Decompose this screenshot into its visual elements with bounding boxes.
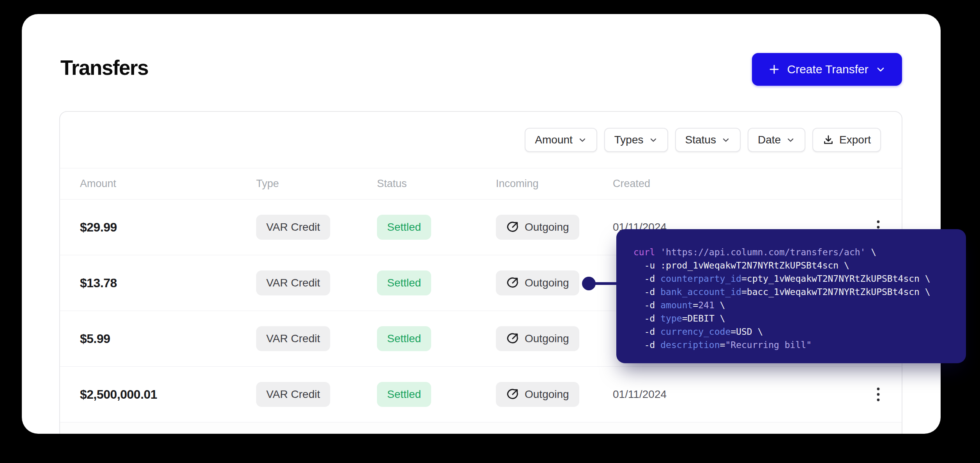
type-badge: VAR Credit xyxy=(256,270,330,295)
filter-button-status[interactable]: Status xyxy=(675,128,741,152)
code-line: -d counterparty_id=cpty_1vWeqakwT2N7NYRt… xyxy=(633,272,966,285)
export-label: Export xyxy=(839,134,871,146)
code-line: -u :prod_1vWeqakwT2N7NYRtZkUPSBt4scn \ xyxy=(633,259,966,272)
plus-icon xyxy=(768,63,780,76)
status-badge: Settled xyxy=(377,215,431,240)
row-menu-button[interactable] xyxy=(870,383,886,405)
type-badge: VAR Credit xyxy=(256,215,330,240)
status-badge: Settled xyxy=(377,326,431,351)
column-header-incoming: Incoming xyxy=(496,178,613,190)
chevron-down-icon xyxy=(875,64,886,75)
table-toolbar: Amount Types Status Date Export xyxy=(60,112,902,168)
column-header-created: Created xyxy=(613,178,859,190)
filter-label: Types xyxy=(614,134,644,146)
direction-badge: Outgoing xyxy=(496,215,579,240)
row-amount: $5.99 xyxy=(80,332,256,346)
chevron-down-icon xyxy=(786,135,795,145)
direction-badge-label: Outgoing xyxy=(525,332,569,345)
direction-badge: Outgoing xyxy=(496,270,579,295)
column-header-status: Status xyxy=(377,178,496,190)
outgoing-arrow-circle-icon xyxy=(506,332,519,345)
filter-button-types[interactable]: Types xyxy=(604,128,668,152)
type-badge-label: VAR Credit xyxy=(266,332,320,345)
filter-label: Amount xyxy=(535,134,573,146)
download-icon xyxy=(823,134,834,146)
create-transfer-button[interactable]: Create Transfer xyxy=(752,53,902,86)
chevron-down-icon xyxy=(721,135,731,145)
row-created: 01/11/2024 xyxy=(613,388,859,401)
filter-button-amount[interactable]: Amount xyxy=(525,128,597,152)
outgoing-arrow-circle-icon xyxy=(506,388,519,401)
direction-badge: Outgoing xyxy=(496,326,579,351)
kebab-menu-icon xyxy=(876,387,880,402)
outgoing-arrow-circle-icon xyxy=(506,221,519,234)
direction-badge-label: Outgoing xyxy=(525,221,569,233)
status-badge-label: Settled xyxy=(387,388,421,401)
type-badge-label: VAR Credit xyxy=(266,221,320,233)
filter-label: Date xyxy=(758,134,781,146)
chevron-down-icon xyxy=(649,135,658,145)
status-badge-label: Settled xyxy=(387,332,421,345)
status-badge-label: Settled xyxy=(387,221,421,233)
row-amount: $13.78 xyxy=(80,276,256,290)
table-row-partial xyxy=(60,422,902,434)
page-title: Transfers xyxy=(60,56,148,80)
code-line: -d bank_account_id=bacc_1vWeqakwT2N7NYRt… xyxy=(633,285,966,299)
table-header-row: AmountTypeStatusIncomingCreated xyxy=(60,168,902,200)
type-badge: VAR Credit xyxy=(256,326,330,351)
type-badge: VAR Credit xyxy=(256,382,330,407)
chevron-down-icon xyxy=(578,135,587,145)
status-badge: Settled xyxy=(377,382,431,407)
direction-badge-label: Outgoing xyxy=(525,277,569,289)
direction-badge: Outgoing xyxy=(496,382,579,407)
table-row[interactable]: $2,500,000.01 VAR Credit Settled Outgoin… xyxy=(60,367,902,422)
column-header-type: Type xyxy=(256,178,377,190)
column-header-amount: Amount xyxy=(80,178,256,190)
transfers-page: Transfers Create Transfer Amount Types S… xyxy=(22,14,941,434)
create-transfer-label: Create Transfer xyxy=(787,63,868,76)
filter-button-date[interactable]: Date xyxy=(748,128,805,152)
row-amount: $2,500,000.01 xyxy=(80,387,256,402)
outgoing-arrow-circle-icon xyxy=(506,276,519,290)
status-badge: Settled xyxy=(377,270,431,295)
code-line: -d description="Recurring bill" xyxy=(633,338,966,352)
code-line: -d currency_code=USD \ xyxy=(633,325,966,338)
tooltip-connector-dot xyxy=(582,277,596,290)
filter-label: Status xyxy=(685,134,716,146)
code-line: -d amount=241 \ xyxy=(633,299,966,312)
direction-badge-label: Outgoing xyxy=(525,388,569,401)
type-badge-label: VAR Credit xyxy=(266,388,320,401)
row-amount: $29.99 xyxy=(80,220,256,235)
curl-code-tooltip: curl 'https://api.column.com/transfers/a… xyxy=(616,229,966,363)
export-button[interactable]: Export xyxy=(812,128,881,152)
code-line: -d type=DEBIT \ xyxy=(633,312,966,325)
type-badge-label: VAR Credit xyxy=(266,277,320,289)
status-badge-label: Settled xyxy=(387,277,421,289)
code-line: curl 'https://api.column.com/transfers/a… xyxy=(633,246,966,259)
